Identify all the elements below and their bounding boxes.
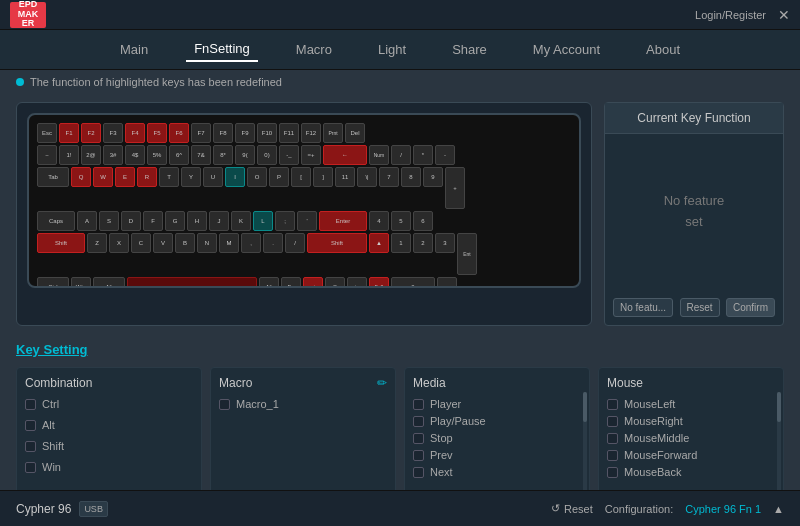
close-button[interactable]: ✕: [778, 7, 790, 23]
key-backtick[interactable]: ~: [37, 145, 57, 165]
confirm-key-button[interactable]: Confirm: [726, 298, 775, 317]
key-numdot[interactable]: .: [437, 277, 457, 288]
key-r[interactable]: R: [137, 167, 157, 187]
key-numminus[interactable]: -: [435, 145, 455, 165]
login-register-link[interactable]: Login/Register: [695, 9, 766, 21]
nav-item-about[interactable]: About: [638, 38, 688, 61]
reset-key-button[interactable]: Reset: [680, 298, 720, 317]
key-f4[interactable]: F4: [125, 123, 145, 143]
key-y[interactable]: Y: [181, 167, 201, 187]
key-f10[interactable]: F10: [257, 123, 277, 143]
key-numstar[interactable]: *: [413, 145, 433, 165]
key-j[interactable]: J: [209, 211, 229, 231]
playpause-checkbox[interactable]: [413, 416, 424, 427]
key-f3[interactable]: F3: [103, 123, 123, 143]
key-num0[interactable]: 0: [391, 277, 435, 288]
key-del[interactable]: Del: [345, 123, 365, 143]
player-checkbox[interactable]: [413, 399, 424, 410]
key-4[interactable]: 4$: [125, 145, 145, 165]
key-f8[interactable]: F8: [213, 123, 233, 143]
key-c[interactable]: C: [131, 233, 151, 253]
key-f11[interactable]: F11: [279, 123, 299, 143]
key-h[interactable]: H: [187, 211, 207, 231]
ctrl-checkbox[interactable]: [25, 399, 36, 410]
key-6[interactable]: 6^: [169, 145, 189, 165]
key-f9[interactable]: F9: [235, 123, 255, 143]
nav-item-share[interactable]: Share: [444, 38, 495, 61]
key-left[interactable]: ◄: [303, 277, 323, 288]
key-num7[interactable]: 7: [379, 167, 399, 187]
key-num4[interactable]: 4: [369, 211, 389, 231]
key-enter[interactable]: Enter: [319, 211, 367, 231]
key-n[interactable]: N: [197, 233, 217, 253]
config-value[interactable]: Cypher 96 Fn 1: [685, 503, 761, 515]
key-f6[interactable]: F6: [169, 123, 189, 143]
key-2[interactable]: 2@: [81, 145, 101, 165]
key-lshift[interactable]: Shift: [37, 233, 85, 253]
key-v[interactable]: V: [153, 233, 173, 253]
key-quote[interactable]: ': [297, 211, 317, 231]
shift-checkbox[interactable]: [25, 441, 36, 452]
key-backspace[interactable]: ←: [323, 145, 367, 165]
key-f1[interactable]: F1: [59, 123, 79, 143]
nav-item-main[interactable]: Main: [112, 38, 156, 61]
key-lctrl[interactable]: Ctrl: [37, 277, 69, 288]
key-8[interactable]: 8*: [213, 145, 233, 165]
key-up[interactable]: ▲: [369, 233, 389, 253]
mouseleft-checkbox[interactable]: [607, 399, 618, 410]
key-d[interactable]: D: [121, 211, 141, 231]
key-semicolon[interactable]: ;: [275, 211, 295, 231]
key-num[interactable]: Num: [369, 145, 389, 165]
key-f[interactable]: F: [143, 211, 163, 231]
key-f5[interactable]: F5: [147, 123, 167, 143]
mouseright-checkbox[interactable]: [607, 416, 618, 427]
key-u[interactable]: U: [203, 167, 223, 187]
key-numplus[interactable]: +: [445, 167, 465, 209]
nav-item-myaccount[interactable]: My Account: [525, 38, 608, 61]
key-s[interactable]: S: [99, 211, 119, 231]
key-lalt[interactable]: Alt: [93, 277, 125, 288]
key-minus[interactable]: -_: [279, 145, 299, 165]
key-p[interactable]: P: [269, 167, 289, 187]
key-pipe[interactable]: 11: [335, 167, 355, 187]
alt-checkbox[interactable]: [25, 420, 36, 431]
key-equals[interactable]: =+: [301, 145, 321, 165]
key-9[interactable]: 9(: [235, 145, 255, 165]
key-slash[interactable]: /: [285, 233, 305, 253]
key-f2[interactable]: F2: [81, 123, 101, 143]
no-feature-button[interactable]: No featu...: [613, 298, 673, 317]
stop-checkbox[interactable]: [413, 433, 424, 444]
nav-item-light[interactable]: Light: [370, 38, 414, 61]
key-period[interactable]: .: [263, 233, 283, 253]
key-tab[interactable]: Tab: [37, 167, 69, 187]
key-ralt[interactable]: Alt: [259, 277, 279, 288]
key-num3[interactable]: 3: [435, 233, 455, 253]
nav-item-macro[interactable]: Macro: [288, 38, 340, 61]
config-dropdown-icon[interactable]: ▲: [773, 503, 784, 515]
key-rbracket[interactable]: ]: [313, 167, 333, 187]
key-m[interactable]: M: [219, 233, 239, 253]
key-f7[interactable]: F7: [191, 123, 211, 143]
key-g[interactable]: G: [165, 211, 185, 231]
mouseforward-checkbox[interactable]: [607, 450, 618, 461]
key-comma[interactable]: ,: [241, 233, 261, 253]
key-l[interactable]: L: [253, 211, 273, 231]
mouseback-checkbox[interactable]: [607, 467, 618, 478]
key-esc[interactable]: Esc: [37, 123, 57, 143]
key-caps[interactable]: Caps: [37, 211, 75, 231]
nav-item-fnsetting[interactable]: FnSetting: [186, 37, 258, 62]
key-num1[interactable]: 1: [391, 233, 411, 253]
prev-checkbox[interactable]: [413, 450, 424, 461]
key-space[interactable]: [127, 277, 257, 288]
key-right[interactable]: ►: [347, 277, 367, 288]
key-lbracket[interactable]: [: [291, 167, 311, 187]
key-0[interactable]: 0): [257, 145, 277, 165]
key-num5[interactable]: 5: [391, 211, 411, 231]
key-backslash[interactable]: \|: [357, 167, 377, 187]
key-k[interactable]: K: [231, 211, 251, 231]
key-f12[interactable]: F12: [301, 123, 321, 143]
key-q[interactable]: Q: [71, 167, 91, 187]
key-t[interactable]: T: [159, 167, 179, 187]
key-5[interactable]: 5%: [147, 145, 167, 165]
macro-edit-icon[interactable]: ✏: [377, 376, 387, 390]
